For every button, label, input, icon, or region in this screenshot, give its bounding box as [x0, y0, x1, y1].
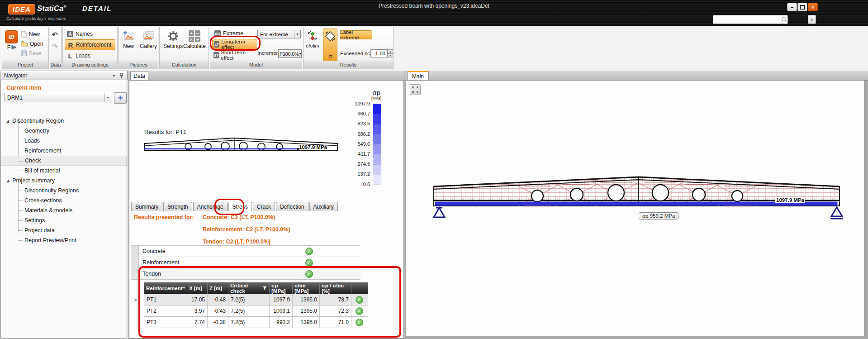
tab-crack[interactable]: Crack — [253, 202, 275, 211]
tab-summary[interactable]: Summary — [131, 202, 162, 211]
calculate-button[interactable]: + − × ÷ Calculate — [183, 30, 206, 49]
pin-icon[interactable] — [119, 73, 123, 78]
col-critical-check[interactable]: Critical check — [228, 283, 270, 294]
stepper-up-button[interactable]: ▲ — [388, 49, 393, 53]
extreme-icon: EX — [214, 30, 221, 37]
redo-button[interactable]: ↷ — [52, 43, 58, 51]
nav-node-geometry[interactable]: Geometry — [1, 126, 127, 136]
expander-icon[interactable]: ◢ — [6, 119, 9, 123]
main-canvas[interactable]: 1097.9 MPa σp 959.2 MPa — [406, 80, 864, 336]
navigator-header[interactable]: Navigator ▾ — [0, 71, 128, 80]
nav-node-project-data[interactable]: Project data — [1, 225, 127, 235]
names-toggle[interactable]: A Names — [65, 29, 115, 39]
scale-bar — [373, 104, 381, 185]
zoom-fit-button[interactable] — [410, 84, 421, 95]
chevron-down-icon: ▾ — [294, 30, 300, 38]
nav-node-discontinuity-regions[interactable]: Discontinuity Regions — [1, 186, 127, 196]
undo-button[interactable]: ↶ — [52, 31, 58, 39]
tab-auxiliary[interactable]: Auxiliary — [309, 202, 338, 211]
ribbon: ID File New Open Save Project — [0, 26, 868, 71]
extreme-label: Extreme — [223, 30, 243, 37]
current-item-select[interactable]: DRM1 ▾ — [5, 93, 111, 102]
tab-data[interactable]: Data — [130, 71, 148, 80]
tab-deflection[interactable]: Deflection — [276, 202, 308, 211]
tab-stress[interactable]: Stress — [228, 202, 252, 211]
tab-strength[interactable]: Strength — [163, 202, 192, 211]
settings-button[interactable]: Settings — [163, 30, 183, 49]
close-button[interactable]: × — [808, 3, 818, 11]
short-term-effect-toggle[interactable]: ST Short-term effect — [212, 50, 256, 60]
sigma-slim-button[interactable]: σ/σlim — [306, 29, 319, 48]
nav-node-reinforcement[interactable]: Reinforcement — [1, 146, 127, 156]
col-sigma-lim[interactable]: σlim [MPa] — [293, 283, 320, 294]
nav-node-materials-models[interactable]: Materials & models — [1, 205, 127, 215]
label-extreme-button[interactable]: Label extreme — [340, 30, 372, 39]
nav-node-project-summary[interactable]: ◢Project summary — [1, 176, 127, 186]
loads-toggle[interactable]: L Loads — [65, 51, 115, 61]
stepper-down-button[interactable]: ▼ — [388, 53, 393, 57]
open-button[interactable]: Open — [21, 39, 43, 48]
table-row[interactable]: Concrete ✓ — [131, 246, 360, 257]
navigator-panel: Navigator ▾ Current item DRM1 ▾ ✚ ◢Disco… — [0, 71, 128, 339]
extreme-toggle[interactable]: EX Extreme — [212, 29, 256, 38]
results-for-label: Results for: PT1 — [144, 129, 186, 135]
save-button[interactable]: Save — [21, 49, 43, 57]
picture-new-button[interactable]: New — [123, 30, 134, 49]
file-button[interactable]: ID File — [5, 30, 18, 51]
col-ratio[interactable]: σp / σlim [%] — [320, 283, 351, 294]
nav-node-report-preview-print[interactable]: Report Preview/Print — [1, 235, 127, 245]
reinforcement-icon: R — [67, 41, 74, 49]
search-box — [713, 15, 788, 24]
settings-label: Settings — [163, 43, 183, 49]
table-row-pt3[interactable]: PT3 7.74 -0.38 7.2(5) 990.2 1395.0 71.0 … — [144, 316, 368, 328]
table-row[interactable]: Reinforcement ✓ — [131, 257, 360, 268]
nav-node-discontinuity-region[interactable]: ◢Discontinuity Region — [1, 116, 127, 126]
new-picture-icon — [123, 30, 134, 42]
exceeded-scale-input[interactable]: 1.00 — [370, 49, 388, 57]
nav-node-loads[interactable]: Loads — [1, 136, 127, 146]
new-button[interactable]: New — [21, 30, 43, 38]
tabs-underline — [129, 212, 403, 212]
increment-select[interactable]: P100.0% ▾ — [278, 49, 302, 58]
col-x[interactable]: X [m] — [187, 283, 208, 294]
chevron-down-icon[interactable]: ▾ — [113, 73, 115, 78]
save-floppy-icon — [21, 50, 27, 56]
nav-node-settings[interactable]: Settings — [1, 215, 127, 225]
chevron-down-icon: ▾ — [104, 93, 111, 102]
workspace: Navigator ▾ Current item DRM1 ▾ ✚ ◢Disco… — [0, 71, 868, 339]
long-term-effect-toggle[interactable]: LT Long-term effect — [212, 39, 256, 50]
tab-anchorage[interactable]: Anchorage — [193, 202, 228, 211]
expand-arrows-icon — [412, 86, 419, 93]
maximize-icon — [800, 5, 805, 10]
search-input[interactable] — [713, 16, 781, 23]
gallery-button[interactable]: Gallery — [140, 30, 157, 49]
search-icon[interactable] — [781, 17, 788, 23]
table-row-pt2[interactable]: PT2 3.97 -0.43 7.2(5) 1009.1 1395.0 72.3… — [144, 305, 368, 316]
filter-icon[interactable] — [262, 286, 267, 291]
ribbon-group-project: ID File New Open Save Project — [2, 27, 49, 69]
reinforcement-toggle[interactable]: R Reinforcement — [65, 39, 115, 50]
table-row-pt1[interactable]: PT1 17.05 -0.48 7.2(5) 1097.9 1395.0 78.… — [144, 294, 368, 305]
table-row[interactable]: Tendon ✓ — [131, 268, 360, 280]
nav-node-cross-sections[interactable]: Cross-sections — [1, 196, 127, 205]
scale-segment — [373, 144, 381, 154]
tab-main[interactable]: Main — [407, 71, 429, 81]
add-item-button[interactable]: ✚ — [114, 92, 127, 104]
sigma-slim-icon — [306, 29, 319, 42]
scale-unit: [MPa] — [363, 96, 390, 100]
info-button[interactable]: i — [808, 15, 816, 24]
scale-segment — [373, 165, 381, 175]
col-sigma-p[interactable]: σp [MPa] — [270, 283, 293, 294]
data-beam-stress-label: 1097.9 MPa — [298, 144, 328, 150]
filter-icon[interactable] — [183, 286, 185, 291]
for-extreme-select[interactable]: For extreme ▾ — [257, 30, 301, 38]
minimize-button[interactable]: – — [787, 3, 797, 11]
col-reinforcement[interactable]: Reinforcement — [144, 283, 187, 294]
nav-node-bill-of-material[interactable]: Bill of material — [1, 166, 127, 176]
expander-icon[interactable]: ◢ — [6, 179, 9, 183]
maximize-button[interactable] — [797, 3, 807, 11]
data-content[interactable]: Results for: PT1 1097.9 MPa σp — [129, 80, 404, 339]
nav-node-check[interactable]: Check — [1, 156, 127, 166]
sigma-button[interactable]: σ — [323, 29, 337, 61]
col-z[interactable]: Z [m] — [208, 283, 228, 294]
